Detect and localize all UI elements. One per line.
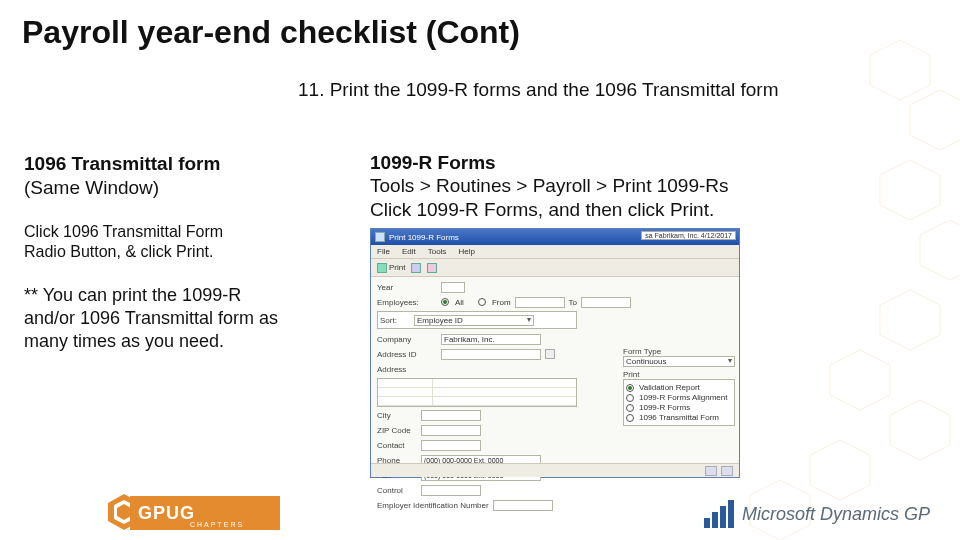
- svg-marker-3: [920, 220, 960, 280]
- print-options-panel: Form Type Continuous Print Validation Re…: [623, 347, 735, 426]
- dynamics-flag-icon: [704, 500, 734, 528]
- contact-input[interactable]: [421, 440, 481, 451]
- right-heading: 1099-R Forms: [370, 152, 930, 174]
- 1099r-alignment-radio[interactable]: [626, 394, 634, 402]
- print-1099r-window: Print 1099-R Forms sa Fabrikam, Inc. 4/1…: [370, 228, 740, 478]
- validation-report-label: Validation Report: [639, 383, 700, 392]
- window-icon: [375, 232, 385, 242]
- menu-edit[interactable]: Edit: [402, 247, 416, 256]
- employees-label: Employees:: [377, 298, 437, 307]
- addressid-lookup-icon[interactable]: [545, 349, 555, 359]
- printer-icon: [377, 263, 387, 273]
- right-instruction: Click 1099-R Forms, and then click Print…: [370, 198, 930, 222]
- city-label: City: [377, 411, 417, 420]
- zipcode-input[interactable]: [421, 425, 481, 436]
- address-grid[interactable]: [377, 378, 577, 407]
- formtype-label: Form Type: [623, 347, 735, 356]
- toolbar-icon-1[interactable]: [411, 263, 421, 273]
- company-input[interactable]: Fabrikam, Inc.: [441, 334, 541, 345]
- 1096-transmittal-radio[interactable]: [626, 414, 634, 422]
- gpug-logo-text: GPUG: [138, 503, 195, 524]
- left-heading: 1096 Transmittal form: [24, 152, 284, 176]
- sort-label: Sort:: [380, 316, 410, 325]
- employees-to-label: To: [569, 298, 577, 307]
- year-label: Year: [377, 283, 437, 292]
- left-note: ** You can print the 1099-R and/or 1096 …: [24, 284, 284, 354]
- window-user-info: sa Fabrikam, Inc. 4/12/2017: [641, 231, 736, 240]
- window-toolbar: Print: [371, 259, 739, 277]
- 1099r-alignment-label: 1099-R Forms Alignment: [639, 393, 727, 402]
- status-icon-1[interactable]: [705, 466, 717, 476]
- right-column: 1099-R Forms Tools > Routines > Payroll …: [370, 152, 930, 222]
- zipcode-label: ZIP Code: [377, 426, 417, 435]
- employees-all-radio[interactable]: [441, 298, 449, 306]
- company-label: Company: [377, 335, 437, 344]
- right-path: Tools > Routines > Payroll > Print 1099-…: [370, 174, 930, 198]
- year-input[interactable]: [441, 282, 465, 293]
- microsoft-dynamics-text: Microsoft Dynamics GP: [742, 504, 930, 525]
- 1096-transmittal-label: 1096 Transmittal Form: [639, 413, 719, 422]
- left-column: 1096 Transmittal form (Same Window) Clic…: [24, 152, 284, 376]
- employees-from-label: From: [492, 298, 511, 307]
- window-menubar: File Edit Tools Help: [371, 245, 739, 259]
- status-icon-2[interactable]: [721, 466, 733, 476]
- step-heading: 11. Print the 1099-R forms and the 1096 …: [298, 79, 960, 101]
- page-title: Payroll year-end checklist (Cont): [0, 0, 960, 61]
- validation-report-radio[interactable]: [626, 384, 634, 392]
- left-instruction-2: Radio Button, & click Print.: [24, 242, 284, 262]
- svg-marker-6: [890, 400, 950, 460]
- svg-marker-5: [830, 350, 890, 410]
- left-subheading: (Same Window): [24, 176, 284, 200]
- employees-all-label: All: [455, 298, 464, 307]
- print-button[interactable]: Print: [377, 263, 405, 273]
- menu-help[interactable]: Help: [458, 247, 474, 256]
- menu-file[interactable]: File: [377, 247, 390, 256]
- print-button-label: Print: [389, 263, 405, 272]
- slide-footer: GPUG CHAPTERS Microsoft Dynamics GP: [0, 484, 960, 540]
- window-statusbar: [371, 463, 739, 477]
- print-radio-group: Validation Report 1099-R Forms Alignment…: [623, 379, 735, 426]
- addressid-label: Address ID: [377, 350, 437, 359]
- 1099r-forms-label: 1099-R Forms: [639, 403, 690, 412]
- print-group-label: Print: [623, 370, 735, 379]
- city-input[interactable]: [421, 410, 481, 421]
- employees-from-input[interactable]: [515, 297, 565, 308]
- microsoft-dynamics-logo: Microsoft Dynamics GP: [704, 500, 930, 528]
- 1099r-forms-radio[interactable]: [626, 404, 634, 412]
- sort-dropdown[interactable]: Employee ID: [414, 315, 534, 326]
- employees-from-radio[interactable]: [478, 298, 486, 306]
- gpug-logo: GPUG CHAPTERS: [130, 496, 280, 530]
- left-instruction-1: Click 1096 Transmittal Form: [24, 222, 284, 242]
- sort-box: Sort: Employee ID: [377, 311, 577, 329]
- addressid-input[interactable]: [441, 349, 541, 360]
- svg-marker-4: [880, 290, 940, 350]
- gpug-logo-tag: CHAPTERS: [190, 521, 244, 528]
- address-label: Address: [377, 365, 437, 374]
- menu-tools[interactable]: Tools: [428, 247, 447, 256]
- toolbar-icon-2[interactable]: [427, 263, 437, 273]
- contact-label: Contact: [377, 441, 417, 450]
- employees-to-input[interactable]: [581, 297, 631, 308]
- formtype-dropdown[interactable]: Continuous: [623, 356, 735, 367]
